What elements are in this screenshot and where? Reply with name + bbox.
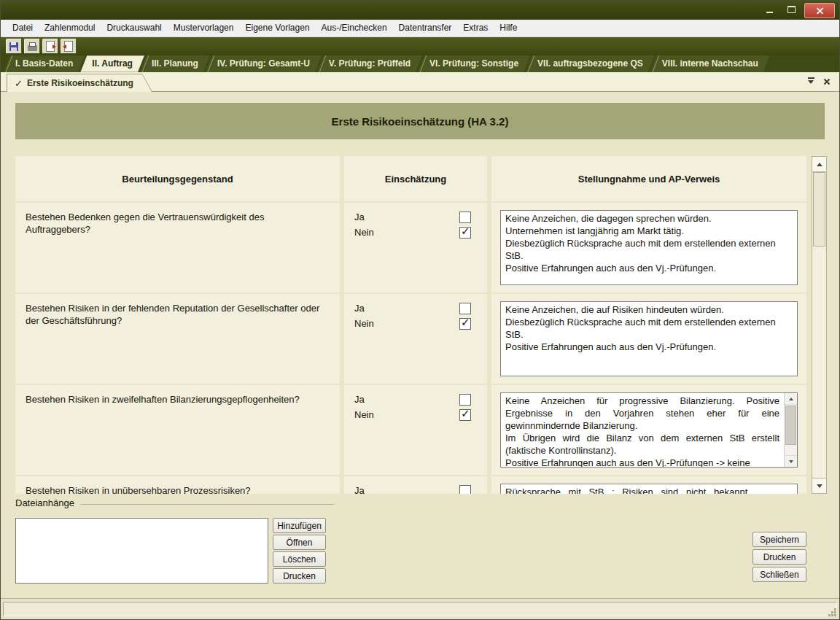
attachments-group: Dateianhänge [15,497,335,508]
app-window: Datei Zahlenmodul Druckauswahl Mustervor… [0,0,840,620]
subtab-label: Erste Risikoeinschätzung [27,78,133,88]
tab-planung[interactable]: III. Planung [140,55,210,72]
tab-pruefung-sonstige[interactable]: VI. Prüfung: Sonstige [418,55,530,72]
statement-cell: Keine Anzeichen, die dagegen sprechen wü… [491,203,806,292]
question-text: Bestehen Risiken in unübersehbaren Proze… [15,476,340,494]
nein-label: Nein [354,227,374,238]
print-icon [28,45,37,51]
menu-item-mustervorlagen[interactable]: Mustervorlagen [168,20,240,36]
tab-pruefung-gesamt-u[interactable]: IV. Prüfung: Gesamt-U [206,55,322,72]
checkin-icon [64,41,73,52]
menu-item-datentransfer[interactable]: Datentransfer [393,20,458,36]
close-icon [816,7,824,15]
ja-checkbox[interactable] [459,485,471,495]
main-scrollbar[interactable] [812,156,827,494]
scroll-up-icon[interactable] [785,393,797,405]
scrollbar-thumb[interactable] [785,406,796,445]
oeffnen-button[interactable]: Öffnen [273,535,326,550]
menu-item-hilfe[interactable]: Hilfe [494,20,523,36]
scroll-down-icon[interactable] [785,455,797,467]
nein-checkbox[interactable] [459,318,471,330]
statement-text: Rücksprache mit StB : Risiken sind nicht… [501,484,797,494]
drucken-button[interactable]: Drucken [752,549,806,565]
tab-pruefung-prueffeld[interactable]: V. Prüfung: Prüffeld [317,55,422,72]
maximize-button[interactable] [782,3,801,16]
nein-checkbox[interactable] [459,227,471,239]
menu-item-eigene-vorlagen[interactable]: Eigene Vorlagen [239,20,315,36]
question-text: Bestehen Bedenken gegen die Vertrauenswü… [15,203,340,236]
tab-label: VII. auftragsbezogene QS [537,58,643,69]
tab-auftragsbezogene-qs[interactable]: VII. auftragsbezogene QS [526,55,655,72]
checkout-icon [46,41,55,52]
tab-auftrag[interactable]: II. Auftrag [80,55,144,72]
main-tab-bar: I. Basis-Daten II. Auftrag III. Planung … [1,55,839,72]
close-document-icon[interactable] [823,78,831,85]
statement-text: Keine Anzeichen, die auf Risiken hindeut… [501,302,797,353]
menu-item-druckauswahl[interactable]: Druckauswahl [101,20,167,36]
menu-item-aus-einchecken[interactable]: Aus-/Einchecken [316,20,393,36]
statement-textbox[interactable]: Rücksprache mit StB : Risiken sind nicht… [500,484,798,494]
resize-grip[interactable] [828,608,837,617]
ja-label: Ja [354,394,365,405]
textbox-scrollbar[interactable] [784,393,797,467]
minimize-button[interactable] [761,3,779,16]
nein-checkbox[interactable] [459,409,471,421]
collapse-icon[interactable] [808,77,814,85]
print-button[interactable] [24,39,40,54]
menu-item-datei[interactable]: Datei [7,20,39,36]
assessment-cell: Ja Nein [344,385,487,475]
col-header-stellungnahme: Stellungnahme und AP-Verweis [491,156,806,201]
tab-label: VIII. interne Nachschau [662,58,758,69]
loeschen-button[interactable]: Löschen [273,551,326,567]
statement-textbox[interactable]: Keine Anzeichen für progressive Bilanzie… [500,392,798,468]
page-title: Erste Risikoeinschätzung (HA 3.2) [15,103,825,139]
nein-label: Nein [354,318,374,329]
drucken-attach-button[interactable]: Drucken [273,568,326,584]
status-panel [3,602,837,616]
close-button[interactable] [804,3,835,18]
menu-item-zahlenmodul[interactable]: Zahlenmodul [39,20,101,36]
col-header-einschaetzung: Einschätzung [344,156,487,201]
title-bar [1,1,839,20]
statement-text: Keine Anzeichen für progressive Bilanzie… [501,393,784,468]
statement-textbox[interactable]: Keine Anzeichen, die dagegen sprechen wü… [500,210,798,285]
check-icon: ✓ [15,78,23,89]
save-button[interactable] [6,39,22,54]
hinzufuegen-button[interactable]: Hinzufügen [273,518,326,533]
ja-checkbox[interactable] [459,303,471,314]
assessment-cell: Ja Nein [344,203,487,292]
nein-label: Nein [354,409,374,420]
statement-text: Keine Anzeichen, die dagegen sprechen wü… [501,211,797,274]
ja-checkbox[interactable] [459,394,471,406]
question-cell: Bestehen Risiken in unübersehbaren Proze… [15,476,340,494]
scrollbar-thumb[interactable] [813,172,825,247]
ja-checkbox[interactable] [459,212,471,223]
menu-item-extras[interactable]: Extras [457,20,494,36]
subtab-erste-risikoeinschaetzung[interactable]: ✓ Erste Risikoeinschätzung [7,74,152,92]
question-cell: Bestehen Bedenken gegen die Vertrauenswü… [15,203,340,292]
checkin-button[interactable] [61,39,77,54]
schliessen-button[interactable]: Schließen [752,567,806,582]
scroll-down-icon[interactable] [812,478,826,493]
scroll-up-icon[interactable] [812,157,826,172]
tab-label: IV. Prüfung: Gesamt-U [217,58,310,69]
tab-label: V. Prüfung: Prüffeld [329,58,411,69]
assessment-table: Beurteilungsgegenstand Einschätzung Stel… [15,156,806,494]
tab-basis-daten[interactable]: I. Basis-Daten [4,55,85,72]
tab-label: III. Planung [152,58,198,69]
tab-interne-nachschau[interactable]: VIII. interne Nachschau [650,55,770,72]
tab-label: II. Auftrag [92,58,133,69]
question-cell: Bestehen Risiken in der fehlenden Reputa… [15,294,340,384]
assessment-cell: Ja Nein [344,294,487,384]
ja-label: Ja [354,485,365,494]
ja-label: Ja [354,212,365,222]
attachments-listbox[interactable] [15,518,268,584]
checkout-button[interactable] [42,39,58,54]
speichern-button[interactable]: Speichern [752,532,806,547]
col-header-beurteilungsgegenstand: Beurteilungsgegenstand [15,156,340,201]
tab-label: I. Basis-Daten [15,58,73,69]
statement-cell: Keine Anzeichen, die auf Risiken hindeut… [491,294,806,384]
minimize-icon [766,12,773,13]
statement-textbox[interactable]: Keine Anzeichen, die auf Risiken hindeut… [500,301,798,376]
document-tab-row: ✓ Erste Risikoeinschätzung [1,72,839,92]
